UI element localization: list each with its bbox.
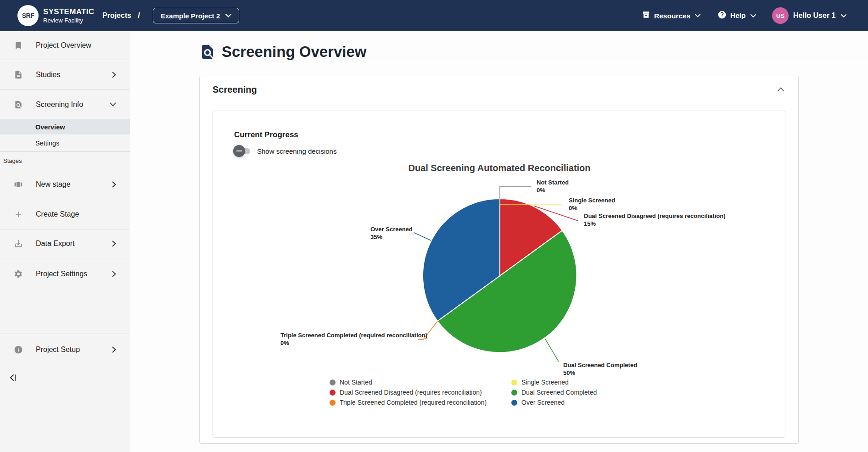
sidebar-collapse-row [0,365,130,390]
legend-dot [511,400,517,406]
page-header: Screening Overview [199,31,868,64]
project-selector-label: Example Project 2 [161,12,220,20]
brand-logo[interactable]: SRF SYSTEMATIC Review Facility [17,5,94,26]
chevron-down-icon [695,14,700,17]
sidebar-item-label: Screening Info [36,100,83,109]
callout-label: Dual Screened Disagreed (requires reconc… [584,212,726,220]
legend-item: Dual Screened Disagreed (requires reconc… [330,389,511,396]
sidebar-item-project-overview[interactable]: Project Overview [0,31,130,60]
legend-label: Triple Screened Completed (required reco… [340,399,487,406]
resources-menu[interactable]: Resources [642,11,700,21]
callout-pct: 0% [537,186,569,194]
resources-label: Resources [654,11,690,20]
sidebar-item-label: Project Settings [36,270,87,278]
callout-label: Over Screened [370,225,413,233]
collapse-sidebar-icon[interactable] [7,372,18,383]
sidebar-item-label: New stage [36,180,71,189]
project-selector-button[interactable]: Example Project 2 [153,8,239,23]
callout-pct: 35% [370,233,413,241]
chevron-right-icon [112,181,116,188]
callout-label: Dual Screened Completed [563,361,637,369]
legend-label: Dual Screened Completed [521,389,597,396]
plus-icon [13,210,24,219]
chevron-up-icon[interactable] [777,87,784,92]
chevron-right-icon [112,346,116,353]
sidebar-subitem-label: Overview [35,123,65,131]
chevron-down-icon [841,14,846,17]
sidebar-item-project-setup[interactable]: Project Setup [0,334,130,365]
brand-line2: Review Facility [43,17,94,24]
help-menu[interactable]: Help [717,10,756,21]
carousel-icon [13,180,24,189]
user-greeting: Hello User 1 [793,11,835,20]
legend-item: Single Screened [511,379,597,385]
chevron-down-icon [110,102,116,106]
legend-dot [330,400,336,406]
sidebar-item-create-stage[interactable]: Create Stage [0,200,130,229]
legend-item: Over Screened [511,399,597,406]
progress-panel: Current Progress Show screening decision… [213,111,785,438]
leader-line-not-started [500,186,531,199]
document-icon [13,70,24,79]
callout-not-started: Not Started 0% [537,179,569,194]
avatar: US [772,7,789,24]
callout-triple-completed: Triple Screened Completed (required reco… [280,331,427,347]
legend-dot [511,379,517,385]
legend-item: Dual Screened Completed [511,389,597,396]
legend-label: Not Started [340,379,372,386]
logo-monogram: SRF [22,12,34,19]
pie-slices [423,199,577,352]
screening-card-title: Screening [213,84,257,95]
top-navbar: SRF SYSTEMATIC Review Facility Projects … [0,0,868,31]
sidebar-item-screening-info[interactable]: Screening Info [0,89,130,119]
sidebar-item-label: Project Setup [36,346,80,354]
sidebar-item-label: Create Stage [36,210,79,218]
legend-dot [511,390,517,396]
callout-over-screened: Over Screened 35% [370,225,413,241]
help-icon [717,10,727,21]
sidebar-item-studies[interactable]: Studies [0,60,130,89]
download-icon [13,239,24,248]
chevron-down-icon [750,14,756,17]
screening-overview-icon [199,44,216,60]
legend-label: Dual Screened Disagreed (requires reconc… [340,389,482,396]
callout-dual-completed: Dual Screened Completed 50% [563,361,637,377]
bookmark-icon [13,41,24,50]
resources-icon [642,11,650,21]
screening-card: Screening Current Progress Show screenin… [199,76,799,444]
callout-label: Not Started [537,179,569,186]
chart-legend: Not StartedSingle ScreenedDual Screened … [330,379,597,406]
gear-icon [13,269,24,279]
sidebar-item-label: Data Export [36,240,74,248]
leader-line-dual-completed [545,339,559,362]
sidebar-item-new-stage[interactable]: New stage [0,169,130,200]
callout-dual-disagreed: Dual Screened Disagreed (requires reconc… [584,212,726,228]
chevron-right-icon [112,271,116,277]
callout-pct: 50% [563,369,637,377]
page-title: Screening Overview [222,43,366,61]
help-label: Help [730,11,746,20]
sidebar-item-data-export[interactable]: Data Export [0,229,130,258]
callout-label: Triple Screened Completed (required reco… [280,331,427,339]
brand-text: SYSTEMATIC Review Facility [43,7,94,24]
legend-label: Over Screened [521,399,565,406]
sidebar-item-label: Studies [36,71,60,79]
sidebar-subitem-label: Settings [35,140,59,147]
main-content: Screening Overview Screening Current Pro… [130,31,868,452]
sidebar-subitem-settings[interactable]: Settings [0,134,130,152]
sidebar-spacer [0,289,130,334]
sidebar-item-label: Project Overview [36,41,91,50]
brand-line1: SYSTEMATIC [43,7,94,17]
stages-section-label: Stages [0,152,130,169]
legend-label: Single Screened [521,379,569,386]
avatar-initials: US [776,12,784,19]
user-menu[interactable]: US Hello User 1 [772,7,846,24]
sidebar-item-project-settings[interactable]: Project Settings [0,258,130,289]
callout-single-screened: Single Screened 0% [569,196,615,212]
sidebar-subitem-overview[interactable]: Overview [0,119,130,134]
legend-item: Triple Screened Completed (required reco… [330,399,511,406]
breadcrumb-projects-link[interactable]: Projects [102,11,131,20]
callout-label: Single Screened [569,196,615,204]
sidebar: Project Overview Studies Screening Info … [0,31,130,452]
leader-line-over-screened [414,233,431,240]
